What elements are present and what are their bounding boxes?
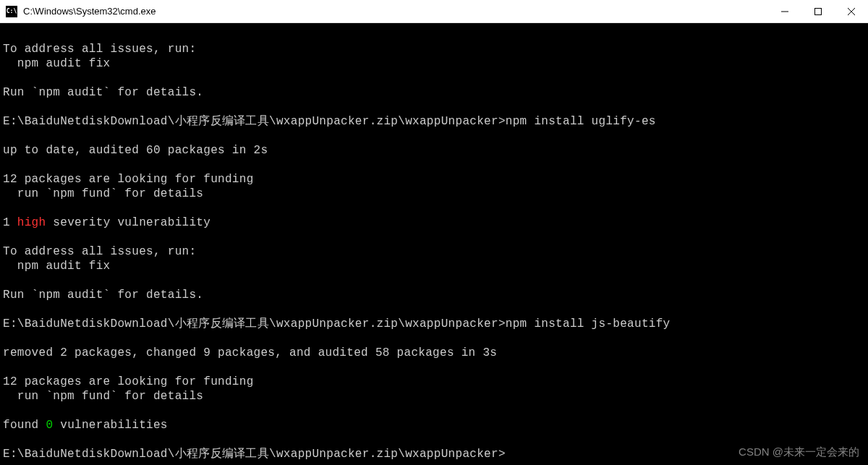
terminal-line	[3, 230, 865, 244]
terminal-output[interactable]: To address all issues, run: npm audit fi…	[0, 23, 868, 465]
terminal-line: found 0 vulnerabilities	[3, 418, 865, 432]
svg-rect-1	[815, 8, 822, 14]
terminal-line	[3, 158, 865, 172]
terminal-line	[3, 129, 865, 143]
terminal-line: E:\BaiduNetdiskDownload\小程序反编译工具\wxappUn…	[3, 317, 865, 331]
terminal-line: removed 2 packages, changed 9 packages, …	[3, 346, 865, 360]
minimize-button[interactable]	[768, 0, 801, 22]
terminal-line: To address all issues, run:	[3, 244, 865, 259]
terminal-line	[3, 273, 865, 288]
terminal-line: 12 packages are looking for funding	[3, 375, 865, 389]
terminal-line	[3, 404, 865, 418]
terminal-line: npm audit fix	[3, 259, 865, 273]
window-controls	[768, 0, 868, 22]
watermark: CSDN @未来一定会来的	[739, 445, 859, 459]
terminal-line: 1 high severity vulnerability	[3, 216, 865, 230]
terminal-line	[3, 432, 865, 447]
terminal-line: run `npm fund` for details	[3, 187, 865, 201]
titlebar[interactable]: C:\ C:\Windows\System32\cmd.exe	[0, 0, 868, 23]
terminal-line	[3, 27, 865, 42]
terminal-line	[3, 71, 865, 85]
maximize-icon	[814, 8, 822, 15]
terminal-line: npm audit fix	[3, 56, 865, 71]
minimize-icon	[781, 8, 788, 15]
close-icon	[848, 8, 855, 15]
terminal-line: Run `npm audit` for details.	[3, 288, 865, 302]
cmd-icon: C:\	[6, 6, 17, 17]
terminal-line	[3, 331, 865, 346]
maximize-button[interactable]	[801, 0, 835, 22]
terminal-line	[3, 100, 865, 114]
terminal-line	[3, 201, 865, 216]
terminal-line: 12 packages are looking for funding	[3, 172, 865, 187]
terminal-line: E:\BaiduNetdiskDownload\小程序反编译工具\wxappUn…	[3, 114, 865, 129]
terminal-line: up to date, audited 60 packages in 2s	[3, 143, 865, 158]
terminal-line: E:\BaiduNetdiskDownload\小程序反编译工具\wxappUn…	[3, 447, 865, 461]
terminal-line	[3, 302, 865, 317]
terminal-line: Run `npm audit` for details.	[3, 85, 865, 100]
terminal-line	[3, 360, 865, 375]
terminal-line: To address all issues, run:	[3, 42, 865, 56]
close-button[interactable]	[835, 0, 868, 22]
window-title: C:\Windows\System32\cmd.exe	[23, 6, 768, 17]
terminal-line: run `npm fund` for details	[3, 389, 865, 404]
